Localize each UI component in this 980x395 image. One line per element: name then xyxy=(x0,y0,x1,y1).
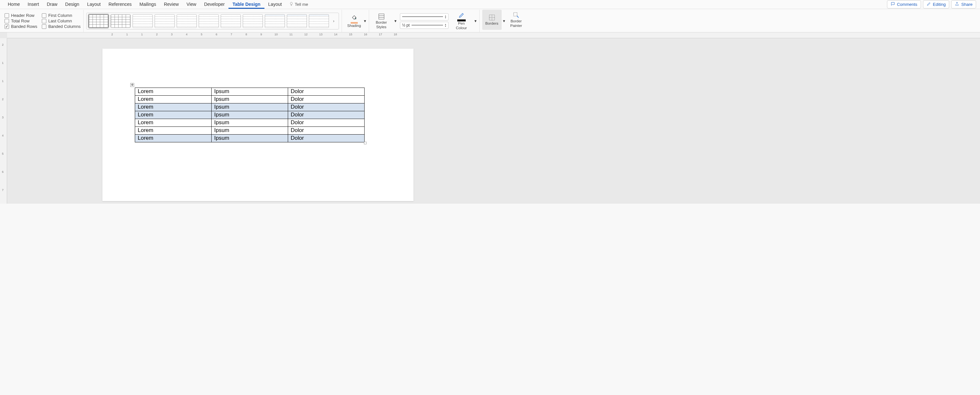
chevron-down-icon[interactable]: ▾ xyxy=(474,19,477,23)
table-cell[interactable]: Ipsum xyxy=(212,104,288,111)
table-cell[interactable]: Ipsum xyxy=(212,96,288,104)
table-cell[interactable]: Lorem xyxy=(135,111,212,119)
chevron-down-icon[interactable]: ▾ xyxy=(364,19,366,23)
tab-home[interactable]: Home xyxy=(4,0,24,9)
table-resize-handle[interactable] xyxy=(364,142,366,144)
shading-label: Shading xyxy=(347,24,361,28)
table-style-thumb-1[interactable] xyxy=(89,14,108,28)
chevron-down-icon[interactable]: ▾ xyxy=(395,19,397,23)
table-style-thumb-4[interactable] xyxy=(154,14,175,28)
comments-button[interactable]: Comments xyxy=(887,0,921,8)
table-cell[interactable]: Lorem xyxy=(135,127,212,135)
ruler-number: 6 xyxy=(215,33,217,36)
table-cell[interactable]: Lorem xyxy=(135,135,212,142)
gallery-frame: › xyxy=(86,13,339,30)
table-cell[interactable]: Dolor xyxy=(288,104,364,111)
tab-mailings[interactable]: Mailings xyxy=(135,0,160,9)
line-weight-selector[interactable]: ½ pt ▴▾ xyxy=(400,22,449,29)
table-style-thumb-11[interactable] xyxy=(309,14,329,28)
table-cell[interactable]: Lorem xyxy=(135,88,212,96)
checkbox-banded-rows[interactable]: ✓ Banded Rows xyxy=(5,24,37,29)
table-cell[interactable]: Dolor xyxy=(288,111,364,119)
tab-design[interactable]: Design xyxy=(61,0,83,9)
checkbox-banded-columns[interactable]: Banded Columns xyxy=(42,24,81,29)
shading-button[interactable]: Shading xyxy=(345,11,364,31)
checkbox-label: Banded Rows xyxy=(11,24,37,29)
ruler-number: 3 xyxy=(2,116,3,119)
table-row[interactable]: LoremIpsumDolor xyxy=(135,88,364,96)
tab-insert[interactable]: Insert xyxy=(24,0,43,9)
ruler-number: 5 xyxy=(2,152,3,155)
table-row[interactable]: LoremIpsumDolor xyxy=(135,119,364,127)
table-style-thumb-2[interactable] xyxy=(110,14,130,28)
table-style-thumb-8[interactable] xyxy=(243,14,263,28)
table-style-thumb-3[interactable] xyxy=(132,14,153,28)
table-cell[interactable]: Dolor xyxy=(288,96,364,104)
border-styles-button[interactable]: Border Styles xyxy=(372,11,391,31)
tab-layout-2[interactable]: Layout xyxy=(264,0,286,9)
chevron-right-icon: › xyxy=(333,19,334,23)
table-row[interactable]: LoremIpsumDolor xyxy=(135,135,364,142)
tell-me-search[interactable]: Tell me xyxy=(286,0,312,8)
page[interactable]: ✥ LoremIpsumDolorLoremIpsumDolorLoremIps… xyxy=(102,49,414,201)
checkbox-label: First Column xyxy=(48,13,72,18)
vertical-ruler[interactable]: 211234567 xyxy=(0,38,7,204)
table-row[interactable]: LoremIpsumDolor xyxy=(135,111,364,119)
tab-references[interactable]: References xyxy=(105,0,136,9)
checkbox-label: Header Row xyxy=(11,13,34,18)
table-container: ✥ LoremIpsumDolorLoremIpsumDolorLoremIps… xyxy=(135,88,364,142)
editing-label: Editing xyxy=(933,2,946,7)
borders-button[interactable]: Borders xyxy=(482,10,502,30)
tab-view[interactable]: View xyxy=(183,0,200,9)
svg-rect-72 xyxy=(379,14,384,19)
table-cell[interactable]: Ipsum xyxy=(212,111,288,119)
table-cell[interactable]: Dolor xyxy=(288,135,364,142)
table-style-thumb-10[interactable] xyxy=(287,14,307,28)
comment-icon xyxy=(891,2,895,7)
table-style-options-group: Header Row First Column Total Row Last C… xyxy=(2,10,84,32)
table-style-thumb-6[interactable] xyxy=(199,14,219,28)
pen-colour-button[interactable]: Pen Colour xyxy=(452,11,471,31)
checkbox-header-row[interactable]: Header Row xyxy=(5,13,37,18)
shading-group: Shading ▾ xyxy=(342,10,369,32)
share-button[interactable]: Share xyxy=(951,0,976,8)
table-cell[interactable]: Ipsum xyxy=(212,135,288,142)
table-cell[interactable]: Ipsum xyxy=(212,88,288,96)
border-styles-label: Border Styles xyxy=(375,21,387,30)
table-style-thumb-9[interactable] xyxy=(265,14,285,28)
lightbulb-icon xyxy=(289,2,294,7)
table-styles-more-button[interactable]: › xyxy=(331,14,337,28)
chevron-down-icon[interactable]: ▾ xyxy=(503,19,505,23)
table-cell[interactable]: Dolor xyxy=(288,119,364,127)
ruler-number: 4 xyxy=(186,33,187,36)
table-cell[interactable]: Ipsum xyxy=(212,119,288,127)
editing-mode-button[interactable]: Editing xyxy=(923,0,950,8)
table-cell[interactable]: Lorem xyxy=(135,119,212,127)
checkbox-total-row[interactable]: Total Row xyxy=(5,19,37,23)
table-cell[interactable]: Ipsum xyxy=(212,127,288,135)
table-style-thumb-7[interactable] xyxy=(221,14,241,28)
tab-developer[interactable]: Developer xyxy=(200,0,229,9)
table-row[interactable]: LoremIpsumDolor xyxy=(135,96,364,104)
border-painter-button[interactable]: Border Painter xyxy=(506,10,526,30)
table-row[interactable]: LoremIpsumDolor xyxy=(135,127,364,135)
document-table[interactable]: LoremIpsumDolorLoremIpsumDolorLoremIpsum… xyxy=(135,88,364,142)
tab-draw[interactable]: Draw xyxy=(43,0,61,9)
table-move-handle[interactable]: ✥ xyxy=(130,83,134,87)
table-cell[interactable]: Lorem xyxy=(135,104,212,111)
table-cell[interactable]: Dolor xyxy=(288,127,364,135)
tab-review[interactable]: Review xyxy=(160,0,183,9)
table-cell[interactable]: Dolor xyxy=(288,88,364,96)
table-cell[interactable]: Lorem xyxy=(135,96,212,104)
horizontal-ruler[interactable]: 21123456789101112131415161718 xyxy=(7,32,980,38)
table-row[interactable]: LoremIpsumDolor xyxy=(135,104,364,111)
line-style-selector[interactable]: ▴▾ xyxy=(400,13,449,21)
tab-table-design[interactable]: Table Design xyxy=(229,0,264,9)
checkbox-last-column[interactable]: Last Column xyxy=(42,19,81,23)
checkbox-first-column[interactable]: First Column xyxy=(42,13,81,18)
share-icon xyxy=(955,2,959,7)
checkbox-box xyxy=(42,24,46,29)
tab-layout[interactable]: Layout xyxy=(83,0,105,9)
table-style-thumb-5[interactable] xyxy=(177,14,197,28)
border-painter-label: Border Painter xyxy=(510,19,522,28)
